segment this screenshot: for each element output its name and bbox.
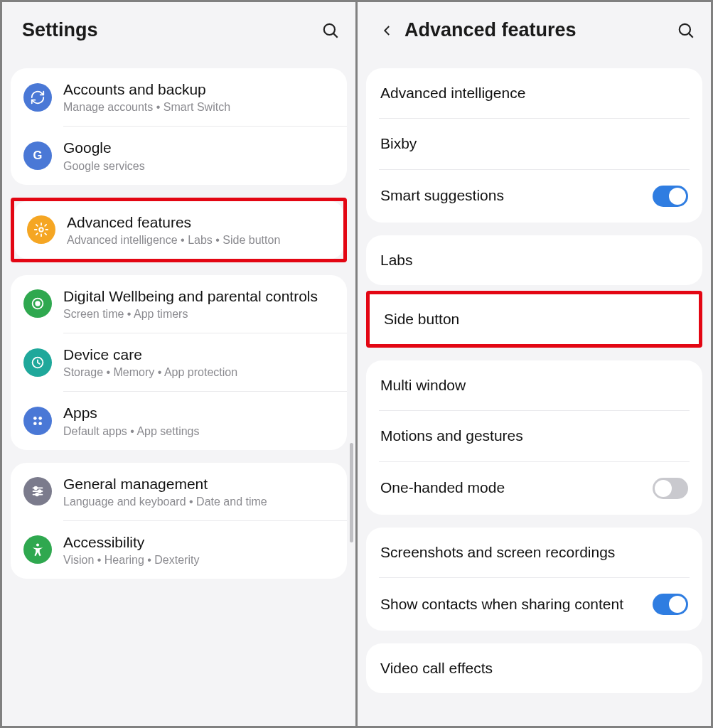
settings-item-side-button[interactable]: Side button: [370, 294, 699, 344]
svg-point-17: [36, 544, 39, 547]
svg-point-5: [36, 302, 40, 306]
settings-item-accessibility[interactable]: AccessibilityVision • Hearing • Dexterit…: [11, 521, 347, 579]
settings-item-google[interactable]: GGoogleGoogle services: [11, 127, 347, 184]
row-title: Advanced intelligence: [380, 84, 688, 102]
row-subtitle: Vision • Hearing • Dexterity: [63, 554, 334, 567]
row-text: AccessibilityVision • Hearing • Dexterit…: [63, 533, 334, 567]
target-icon: [23, 289, 52, 318]
row-title: Video call effects: [380, 659, 688, 678]
row-subtitle: Google services: [63, 160, 334, 173]
advanced-list[interactable]: Advanced intelligenceBixbySmart suggesti…: [358, 55, 711, 726]
settings-group: Advanced featuresAdvanced intelligence •…: [14, 201, 343, 259]
settings-panel: Settings Accounts and backupManage accou…: [0, 0, 358, 728]
row-title: Screenshots and screen recordings: [380, 543, 688, 562]
sync-icon: [23, 83, 52, 112]
toggle-switch[interactable]: [653, 186, 688, 207]
search-icon: [321, 21, 340, 40]
settings-item-show-contacts-when-sharing-content[interactable]: Show contacts when sharing content: [366, 578, 702, 631]
settings-item-apps[interactable]: AppsDefault apps • App settings: [11, 392, 347, 449]
row-title: Advanced features: [67, 213, 331, 232]
svg-point-12: [34, 487, 37, 490]
settings-item-one-handed-mode[interactable]: One-handed mode: [366, 462, 702, 515]
row-title: One-handed mode: [380, 478, 653, 497]
row-title: Accounts and backup: [63, 80, 334, 99]
row-subtitle: Language and keyboard • Date and time: [63, 496, 334, 508]
settings-group: Digital Wellbeing and parental controlsS…: [11, 275, 347, 450]
page-title: Advanced features: [404, 19, 668, 41]
search-button[interactable]: [320, 20, 341, 41]
settings-item-labs[interactable]: Labs: [366, 235, 702, 285]
accessibility-icon: [23, 535, 52, 564]
row-text: General managementLanguage and keyboard …: [63, 475, 334, 508]
settings-group: General managementLanguage and keyboard …: [11, 463, 347, 579]
toggle-switch[interactable]: [653, 594, 688, 615]
svg-point-0: [324, 23, 335, 34]
settings-item-video-call-effects[interactable]: Video call effects: [366, 643, 702, 693]
settings-item-general-management[interactable]: General managementLanguage and keyboard …: [11, 463, 347, 520]
row-title: Labs: [380, 251, 688, 269]
sliders-icon: [23, 477, 52, 505]
row-subtitle: Advanced intelligence • Labs • Side butt…: [67, 234, 331, 247]
row-title: Device care: [63, 346, 334, 364]
row-text: Device careStorage • Memory • App protec…: [63, 346, 334, 379]
row-subtitle: Default apps • App settings: [63, 425, 334, 438]
svg-point-7: [33, 417, 37, 420]
back-button[interactable]: [377, 21, 397, 41]
row-subtitle: Storage • Memory • App protection: [63, 366, 334, 379]
settings-group: Screenshots and screen recordingsShow co…: [366, 528, 702, 631]
row-title: Motions and gestures: [380, 427, 688, 445]
svg-point-18: [680, 23, 690, 34]
row-text: Accounts and backupManage accounts • Sma…: [63, 80, 334, 114]
row-title: General management: [63, 475, 334, 493]
svg-point-3: [39, 228, 43, 232]
settings-item-digital-wellbeing-and-parental-controls[interactable]: Digital Wellbeing and parental controlsS…: [11, 275, 347, 333]
row-text: AppsDefault apps • App settings: [63, 404, 334, 437]
row-text: Digital Wellbeing and parental controlsS…: [63, 287, 334, 321]
settings-group: Video call effects: [366, 643, 702, 693]
settings-group: Side button: [366, 291, 702, 348]
row-title: Apps: [63, 404, 334, 422]
care-icon: [23, 348, 52, 377]
row-title: Multi window: [380, 376, 688, 395]
svg-line-1: [333, 33, 338, 38]
svg-point-9: [33, 422, 37, 425]
search-button[interactable]: [675, 20, 697, 41]
settings-item-advanced-features[interactable]: Advanced featuresAdvanced intelligence •…: [14, 201, 343, 259]
svg-point-8: [38, 417, 42, 420]
settings-item-device-care[interactable]: Device careStorage • Memory • App protec…: [11, 333, 347, 391]
row-title: Google: [63, 139, 334, 157]
settings-item-smart-suggestions[interactable]: Smart suggestions: [366, 170, 702, 223]
settings-group: Labs: [366, 235, 702, 285]
chevron-left-icon: [381, 24, 394, 37]
scrollbar-thumb[interactable]: [350, 443, 353, 542]
row-subtitle: Manage accounts • Smart Switch: [63, 101, 334, 114]
row-title: Bixby: [380, 134, 688, 153]
row-subtitle: Screen time • App timers: [63, 308, 334, 321]
gear-icon: [27, 215, 55, 244]
row-title: Show contacts when sharing content: [380, 595, 653, 614]
toggle-switch[interactable]: [653, 478, 688, 499]
settings-item-advanced-intelligence[interactable]: Advanced intelligence: [366, 68, 702, 118]
row-title: Accessibility: [63, 533, 334, 552]
svg-text:G: G: [33, 148, 43, 161]
svg-point-16: [36, 493, 38, 496]
settings-item-screenshots-and-screen-recordings[interactable]: Screenshots and screen recordings: [366, 528, 702, 577]
settings-item-bixby[interactable]: Bixby: [366, 119, 702, 168]
advanced-features-panel: Advanced features Advanced intelligenceB…: [358, 0, 713, 728]
row-title: Smart suggestions: [380, 186, 653, 205]
settings-list[interactable]: Accounts and backupManage accounts • Sma…: [2, 55, 355, 726]
row-title: Side button: [384, 310, 685, 328]
settings-item-accounts-and-backup[interactable]: Accounts and backupManage accounts • Sma…: [11, 68, 347, 126]
settings-group: Multi windowMotions and gesturesOne-hand…: [366, 360, 702, 515]
row-text: Advanced featuresAdvanced intelligence •…: [67, 213, 331, 247]
row-title: Digital Wellbeing and parental controls: [63, 287, 334, 306]
settings-item-multi-window[interactable]: Multi window: [366, 360, 702, 410]
search-icon: [677, 21, 695, 40]
row-text: GoogleGoogle services: [63, 139, 334, 172]
advanced-header: Advanced features: [358, 2, 711, 55]
settings-item-motions-and-gestures[interactable]: Motions and gestures: [366, 411, 702, 461]
svg-point-10: [38, 422, 42, 425]
svg-line-19: [689, 33, 693, 38]
page-title: Settings: [22, 19, 313, 41]
apps-icon: [23, 407, 52, 435]
